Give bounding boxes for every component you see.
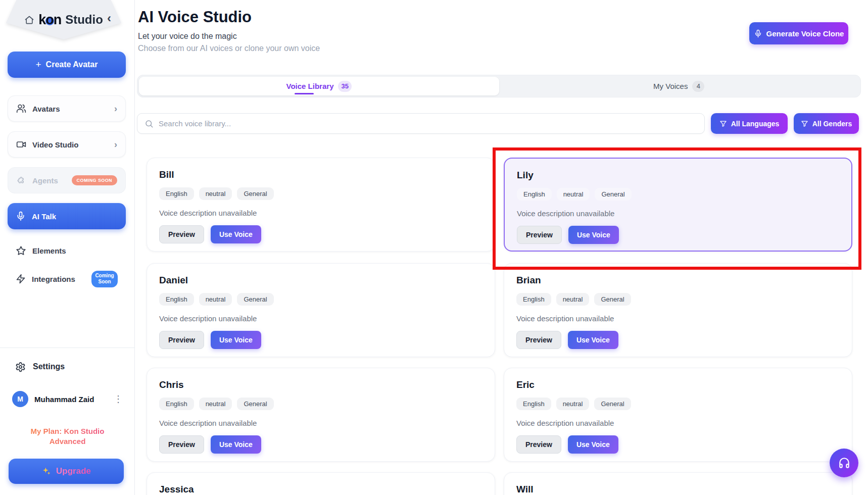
- voice-tags: EnglishneutralGeneral: [517, 188, 839, 201]
- sidebar-collapse-button[interactable]: ‹: [107, 12, 111, 24]
- chevron-right-icon: ›: [114, 104, 117, 114]
- brand-name-kon: kon: [38, 12, 61, 28]
- home-icon: [24, 15, 34, 25]
- page-description: Choose from our AI voices or clone your …: [138, 44, 320, 53]
- sidebar-item-agents: Agents COMING SOON: [8, 167, 126, 193]
- voice-name: Chris: [159, 379, 483, 390]
- sidebar-item-elements[interactable]: Elements: [8, 239, 126, 262]
- user-name: Muhammad Zaid: [34, 395, 108, 404]
- voice-name: Daniel: [159, 275, 483, 286]
- voice-tag: neutral: [199, 293, 232, 306]
- star-icon: [16, 245, 26, 256]
- gear-icon: [15, 362, 26, 372]
- voice-card-chris: Chris EnglishneutralGeneral Voice descri…: [147, 368, 495, 462]
- audio-assistant-fab[interactable]: [830, 449, 858, 477]
- voice-tags: EnglishneutralGeneral: [516, 293, 840, 306]
- chevron-right-icon: ›: [114, 139, 117, 150]
- voice-tags: EnglishneutralGeneral: [159, 293, 483, 306]
- voice-description: Voice description unavailable: [159, 419, 483, 427]
- voice-tags: EnglishneutralGeneral: [516, 398, 840, 410]
- voice-description: Voice description unavailable: [159, 314, 483, 323]
- upgrade-button[interactable]: Upgrade: [9, 459, 124, 484]
- user-menu-kebab-icon[interactable]: ⋮: [114, 393, 123, 405]
- tab-label: Voice Library: [286, 82, 334, 90]
- sidebar-item-avatars[interactable]: Avatars ›: [8, 95, 126, 122]
- use-voice-button[interactable]: Use Voice: [568, 435, 618, 454]
- headphones-icon: [838, 457, 851, 470]
- use-voice-button[interactable]: Use Voice: [211, 225, 261, 243]
- voice-description: Voice description unavailable: [159, 209, 483, 217]
- use-voice-button[interactable]: Use Voice: [568, 226, 619, 244]
- voice-actions: Preview Use Voice: [516, 331, 840, 349]
- page-title: AI Voice Studio: [138, 8, 252, 26]
- brand-name-studio: Studio: [65, 13, 103, 27]
- voice-tag: English: [159, 398, 194, 410]
- microphone-icon: [16, 211, 26, 221]
- puzzle-icon: [16, 175, 26, 185]
- sidebar-item-label: AI Talk: [32, 212, 118, 221]
- preview-button[interactable]: Preview: [517, 226, 562, 244]
- filter-label: All Genders: [812, 120, 852, 128]
- tab-bar: Voice Library 35 My Voices 4: [137, 75, 861, 97]
- use-voice-button[interactable]: Use Voice: [211, 435, 261, 454]
- voice-card-brian: Brian EnglishneutralGeneral Voice descri…: [504, 263, 852, 357]
- generate-voice-clone-button[interactable]: Generate Voice Clone: [749, 22, 848, 44]
- preview-button[interactable]: Preview: [159, 225, 204, 243]
- voice-card-eric: Eric EnglishneutralGeneral Voice descrip…: [504, 368, 852, 462]
- voice-tag: neutral: [556, 293, 590, 306]
- users-icon: [16, 104, 26, 114]
- funnel-icon: [801, 120, 808, 127]
- preview-button[interactable]: Preview: [516, 435, 561, 454]
- search-icon: [144, 119, 154, 128]
- avatar: M: [12, 391, 28, 407]
- generate-button-label: Generate Voice Clone: [766, 29, 844, 38]
- sidebar: kon Studio ‹ + Create Avatar Avatars › V…: [0, 0, 135, 495]
- voice-tag: English: [516, 398, 551, 410]
- use-voice-button[interactable]: Use Voice: [211, 331, 261, 349]
- voice-tags: EnglishneutralGeneral: [159, 187, 483, 200]
- voice-name: Will: [516, 484, 840, 495]
- logo-banner: kon Studio: [3, 0, 118, 41]
- voice-tag: General: [237, 293, 273, 306]
- preview-button[interactable]: Preview: [159, 435, 204, 454]
- tab-label: My Voices: [653, 82, 688, 90]
- preview-button[interactable]: Preview: [159, 331, 204, 349]
- sidebar-item-video-studio[interactable]: Video Studio ›: [8, 131, 126, 158]
- video-camera-icon: [16, 139, 26, 150]
- voice-tag: General: [237, 398, 273, 410]
- tab-count-badge: 35: [338, 81, 351, 92]
- all-genders-filter-button[interactable]: All Genders: [794, 113, 859, 134]
- plan-line1: My Plan: Kon Studio: [0, 426, 135, 436]
- use-voice-button[interactable]: Use Voice: [568, 331, 618, 349]
- voice-card-jessica: Jessica EnglishneutralGeneral Voice desc…: [147, 472, 495, 495]
- voice-tag: neutral: [199, 187, 232, 200]
- sidebar-divider: [0, 348, 135, 348]
- create-avatar-label: Create Avatar: [46, 60, 98, 69]
- voice-tag: General: [237, 187, 273, 200]
- search-box: [137, 113, 705, 134]
- voice-tag: neutral: [556, 398, 590, 410]
- voice-description: Voice description unavailable: [517, 209, 839, 218]
- sidebar-item-label: Elements: [32, 246, 118, 255]
- voice-name: Lily: [517, 170, 839, 181]
- all-languages-filter-button[interactable]: All Languages: [711, 113, 788, 134]
- voice-tag: English: [516, 293, 551, 306]
- tab-voice-library[interactable]: Voice Library 35: [139, 77, 499, 95]
- coming-soon-badge: Coming Soon: [91, 271, 118, 287]
- voice-tags: EnglishneutralGeneral: [159, 398, 483, 410]
- page-subtitle: Let your voice do the magic: [138, 32, 237, 41]
- search-input[interactable]: [159, 119, 697, 128]
- plus-icon: +: [36, 59, 41, 70]
- sidebar-item-integrations[interactable]: Integrations Coming Soon: [8, 267, 126, 290]
- user-row: M Muhammad Zaid ⋮: [12, 388, 123, 410]
- tab-my-voices[interactable]: My Voices 4: [499, 77, 859, 95]
- preview-button[interactable]: Preview: [516, 331, 561, 349]
- sparkles-icon: [41, 466, 52, 476]
- voice-card-daniel: Daniel EnglishneutralGeneral Voice descr…: [147, 263, 495, 357]
- sidebar-item-label: Avatars: [32, 105, 108, 113]
- sidebar-nav: Avatars › Video Studio › Agents COMING S…: [8, 95, 126, 295]
- voice-name: Jessica: [159, 484, 483, 495]
- sidebar-item-settings[interactable]: Settings: [15, 357, 65, 377]
- sidebar-item-ai-talk[interactable]: AI Talk: [8, 203, 126, 229]
- create-avatar-button[interactable]: + Create Avatar: [8, 52, 126, 78]
